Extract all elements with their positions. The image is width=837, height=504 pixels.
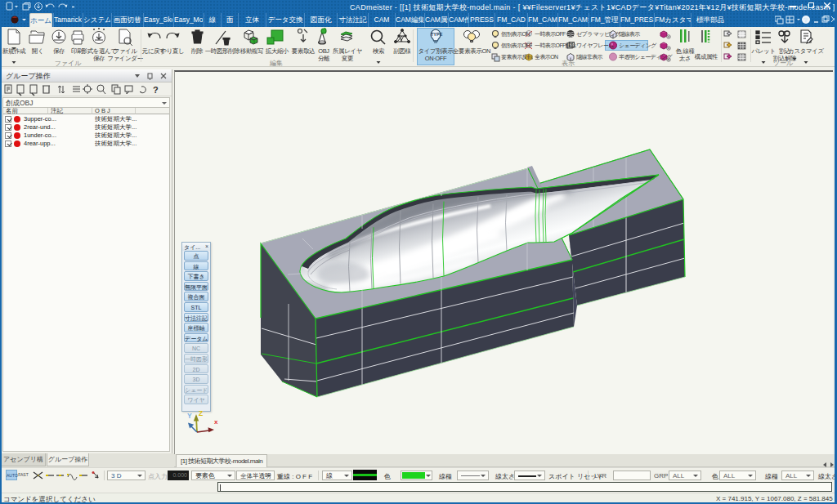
svg-text:?: ? — [804, 16, 808, 24]
svg-text:?: ? — [153, 85, 159, 95]
svg-text:x: x — [214, 418, 218, 426]
svg-text:TYPE: TYPE — [431, 32, 443, 37]
svg-text:Z: Z — [199, 409, 203, 417]
svg-text:Y: Y — [187, 412, 192, 420]
